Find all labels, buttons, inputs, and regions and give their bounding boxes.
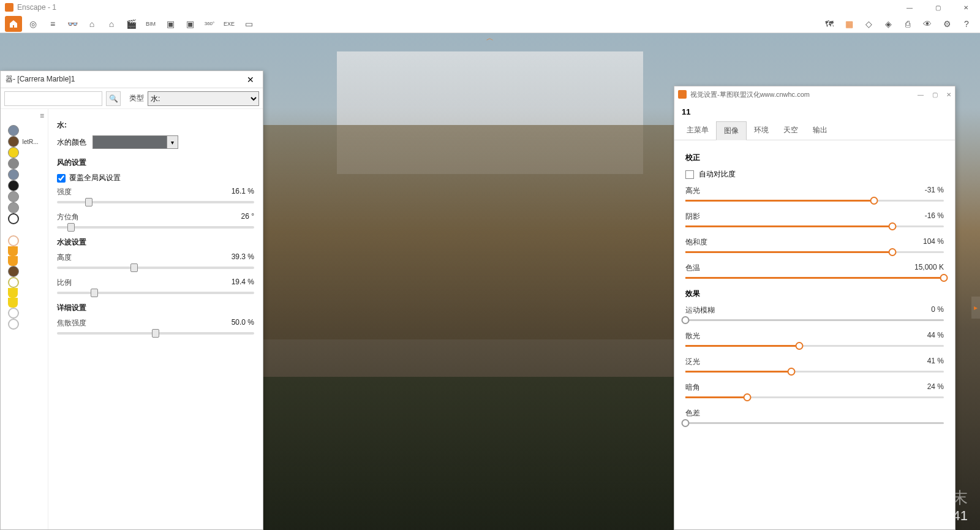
wind-section-head: 风的设置 <box>57 157 254 168</box>
material-swatch[interactable] <box>8 246 41 256</box>
material-swatch[interactable] <box>8 213 41 224</box>
vis-min-icon[interactable]: — <box>918 91 924 98</box>
visual-panel-titlebar[interactable]: 视觉设置-草图联盟汉化www.cnwhc.com — ▢ ✕ <box>674 86 955 102</box>
material-swatch[interactable] <box>8 180 41 191</box>
azimuth-label: 方位角 <box>57 212 79 222</box>
swatch-menu-icon[interactable]: ≡ <box>40 112 44 120</box>
prop-slider[interactable] <box>685 396 944 398</box>
vis-max-icon[interactable]: ▢ <box>932 91 938 98</box>
wave-section-head: 水波设置 <box>57 237 254 248</box>
visual-settings-panel: 视觉设置-草图联盟汉化www.cnwhc.com — ▢ ✕ 11 主菜单图像环… <box>674 86 956 530</box>
export-batch-icon[interactable]: ▣ <box>181 16 198 32</box>
material-panel-titlebar[interactable]: 器- [Carrera Marble]1 ✕ <box>1 71 263 88</box>
scale-slider[interactable] <box>57 292 254 294</box>
water-section-head: 水: <box>57 120 254 131</box>
material-swatch[interactable] <box>8 191 41 202</box>
material-swatch[interactable] <box>8 202 41 213</box>
visual-tab[interactable]: 输出 <box>805 121 835 140</box>
prop-slider[interactable] <box>685 371 944 373</box>
visual-tab[interactable]: 主菜单 <box>679 121 716 140</box>
auto-contrast-checkbox[interactable] <box>685 170 694 179</box>
material-swatch[interactable] <box>8 308 41 319</box>
material-swatch[interactable] <box>8 298 41 308</box>
caustic-slider[interactable] <box>57 332 254 335</box>
prop-value: 44 % <box>927 331 944 341</box>
prop-label: 阴影 <box>685 211 700 222</box>
building-b-icon[interactable]: ⌂ <box>103 16 120 32</box>
eye-icon[interactable]: 👁 <box>919 16 936 32</box>
prop-slider[interactable] <box>685 277 944 279</box>
prop-slider[interactable] <box>685 319 944 321</box>
prop-slider[interactable] <box>685 345 944 347</box>
panorama-button[interactable]: 360° <box>201 16 218 32</box>
material-panel-title: 器- [Carrera Marble]1 <box>6 74 243 85</box>
material-panel-close-icon[interactable]: ✕ <box>243 75 258 85</box>
home-button[interactable] <box>5 16 22 32</box>
toolbar-collapse-chevron-icon[interactable]: ︿ <box>486 33 494 44</box>
intensity-value: 16.1 % <box>232 187 254 197</box>
bookmark-icon[interactable]: ◈ <box>880 16 897 32</box>
caustic-value: 50.0 % <box>232 318 254 328</box>
binoculars-icon[interactable]: 👓 <box>64 16 81 32</box>
clapper-icon[interactable]: 🎬 <box>123 16 140 32</box>
cube-icon[interactable]: ◇ <box>860 16 877 32</box>
water-color-picker[interactable]: ▾ <box>92 135 178 149</box>
material-properties: 水: 水的颜色 ▾ 风的设置 覆盖全局风设置 强度16.1 % 方位角26 ° … <box>48 109 263 529</box>
height-slider[interactable] <box>57 267 254 269</box>
search-icon[interactable]: 🔍 <box>106 91 121 106</box>
auto-contrast-label: 自动对比度 <box>699 169 736 180</box>
material-swatch[interactable] <box>8 235 41 246</box>
material-swatch[interactable] <box>8 224 41 235</box>
list-icon[interactable]: ≡ <box>44 16 61 32</box>
azimuth-slider[interactable] <box>57 226 254 229</box>
app-title-text: Enscape - 1 <box>17 3 56 12</box>
material-swatch[interactable] <box>8 277 41 288</box>
material-swatch[interactable] <box>8 158 41 169</box>
material-type-select[interactable]: 水: <box>148 91 259 106</box>
gear-icon[interactable]: ⚙ <box>938 16 956 32</box>
vis-close-icon[interactable]: ✕ <box>946 91 951 98</box>
material-swatch[interactable] <box>8 169 41 180</box>
intensity-slider[interactable] <box>57 201 254 203</box>
material-type-label: 类型 <box>129 93 144 104</box>
minimize-button[interactable]: — <box>895 0 924 15</box>
height-value: 39.3 % <box>232 252 254 263</box>
override-wind-checkbox[interactable] <box>57 174 66 183</box>
prop-slider[interactable] <box>685 225 944 227</box>
prop-slider[interactable] <box>685 422 944 424</box>
visual-tab[interactable]: 天空 <box>776 121 805 140</box>
prop-value: 104 % <box>923 237 944 248</box>
chevron-down-icon[interactable]: ▾ <box>167 136 178 148</box>
material-swatch[interactable] <box>8 256 41 266</box>
exe-button[interactable]: EXE <box>221 16 238 32</box>
maximize-button[interactable]: ▢ <box>924 0 952 15</box>
right-panel-handle[interactable]: ▸ <box>971 297 980 319</box>
material-swatch[interactable] <box>8 319 41 330</box>
material-swatch[interactable] <box>8 288 41 298</box>
visual-panel-title: 视觉设置-草图联盟汉化www.cnwhc.com <box>690 90 918 99</box>
prop-label: 泛光 <box>685 357 700 367</box>
building-a-icon[interactable]: ⌂ <box>83 16 100 32</box>
export-image-icon[interactable]: ▣ <box>162 16 179 32</box>
material-swatch-list[interactable]: ≡ letR... <box>1 109 48 529</box>
intensity-label: 强度 <box>57 187 72 197</box>
print-icon[interactable]: ⎙ <box>899 16 916 32</box>
visual-tab[interactable]: 环境 <box>747 121 776 140</box>
prop-value: 24 % <box>927 382 944 393</box>
help-icon[interactable]: ? <box>958 16 975 32</box>
material-swatch[interactable]: letR... <box>8 136 41 147</box>
location-pin-icon[interactable]: ◎ <box>24 16 42 32</box>
vr-icon[interactable]: ▭ <box>240 16 257 32</box>
view-settings-icon[interactable]: ▦ <box>840 16 858 32</box>
material-swatch[interactable] <box>8 266 41 277</box>
prop-slider[interactable] <box>685 251 944 253</box>
prop-label: 色差 <box>685 408 700 418</box>
visual-tab[interactable]: 图像 <box>716 121 747 140</box>
prop-slider[interactable] <box>685 200 944 202</box>
bim-button[interactable]: BIM <box>142 16 159 32</box>
material-swatch[interactable] <box>8 125 41 136</box>
material-search-input[interactable] <box>4 91 102 106</box>
close-button[interactable]: ✕ <box>952 0 980 15</box>
map-icon[interactable]: 🗺 <box>821 16 838 32</box>
material-swatch[interactable] <box>8 147 41 158</box>
